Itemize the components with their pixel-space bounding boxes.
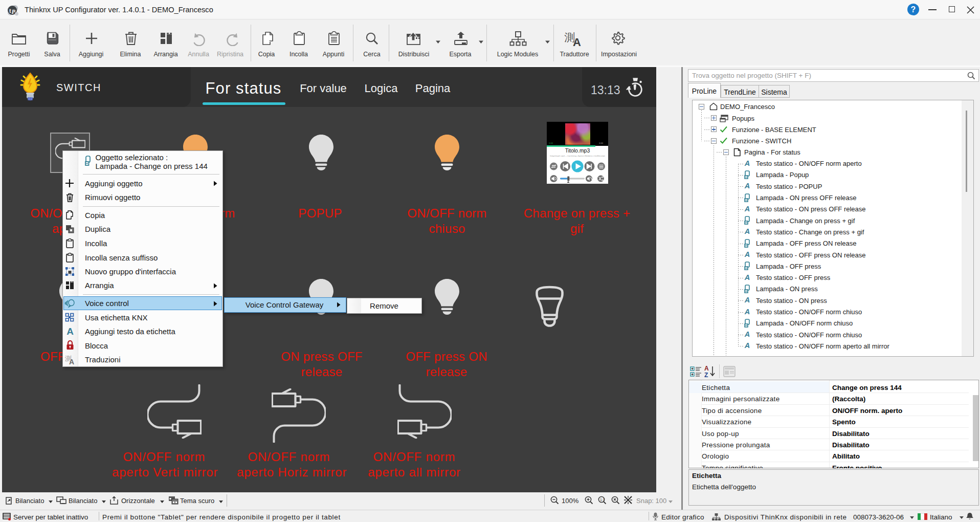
svg-text:1:1: 1:1: [600, 498, 605, 502]
svg-text:t: t: [9, 8, 11, 14]
svg-text:A: A: [573, 36, 581, 47]
svg-text:Z: Z: [704, 372, 708, 378]
svg-text:A: A: [704, 365, 709, 372]
svg-text:A: A: [69, 358, 74, 365]
